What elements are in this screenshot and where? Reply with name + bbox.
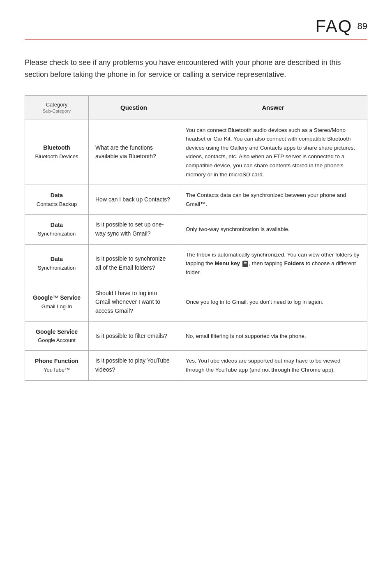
- page-number: 89: [357, 21, 367, 32]
- table-row-category: Phone FunctionYouTube™: [25, 351, 89, 380]
- table-header-question: Question: [89, 95, 179, 120]
- table-row-category: Google ServiceGoogle Account: [25, 321, 89, 351]
- table-row-category: Google™ ServiceGmail Log-In: [25, 283, 89, 321]
- table-row-answer: The Inbox is automatically synchronized.…: [179, 244, 367, 283]
- table-row-category: DataSynchronization: [25, 215, 89, 244]
- table-header-category: Category Sub-Category: [25, 95, 89, 120]
- table-row-question: How can I back up Contacts?: [89, 185, 179, 215]
- table-row-answer: Only two-way synchronization is availabl…: [179, 215, 367, 244]
- intro-paragraph: Please check to see if any problems you …: [25, 57, 362, 81]
- table-row-category: DataSynchronization: [25, 244, 89, 283]
- table-row-question: Is it possible to play YouTube videos?: [89, 351, 179, 380]
- page-title: FAQ: [315, 16, 352, 36]
- table-row-question: Should I have to log into Gmail whenever…: [89, 283, 179, 321]
- table-header-answer: Answer: [179, 95, 367, 120]
- table-row-question: What are the functions available via Blu…: [89, 120, 179, 185]
- table-row-answer: Once you log in to Gmail, you don't need…: [179, 283, 367, 321]
- table-row-question: Is it possible to set up one-way sync wi…: [89, 215, 179, 244]
- page-header: FAQ 89: [25, 16, 367, 40]
- table-row-category: DataContacts Backup: [25, 185, 89, 215]
- table-row-answer: No, email filtering is not supported via…: [179, 321, 367, 351]
- table-row-answer: Yes, YouTube videos are supported but ma…: [179, 351, 367, 380]
- table-row-answer: The Contacts data can be synchronized be…: [179, 185, 367, 215]
- faq-table: Category Sub-Category Question Answer Bl…: [25, 95, 367, 381]
- table-row-question: Is it possible to filter emails?: [89, 321, 179, 351]
- table-row-question: Is it possible to synchronize all of the…: [89, 244, 179, 283]
- table-row-answer: You can connect Bluetooth audio devices …: [179, 120, 367, 185]
- table-row-category: BluetoothBluetooth Devices: [25, 120, 89, 185]
